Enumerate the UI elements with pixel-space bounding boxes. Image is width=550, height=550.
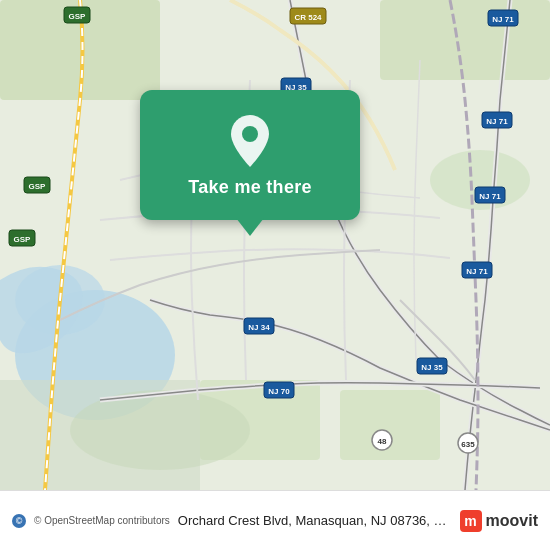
osm-icon: © bbox=[12, 514, 26, 528]
bottom-bar: © © OpenStreetMap contributors Orchard C… bbox=[0, 490, 550, 550]
svg-point-38 bbox=[242, 126, 258, 142]
svg-text:NJ 35: NJ 35 bbox=[421, 363, 443, 372]
moovit-m-icon: m bbox=[460, 510, 482, 532]
address-text: Orchard Crest Blvd, Manasquan, NJ 08736,… bbox=[178, 513, 452, 528]
svg-rect-4 bbox=[380, 0, 550, 80]
openstreetmap-credit: © OpenStreetMap contributors bbox=[34, 515, 170, 526]
take-me-there-label: Take me there bbox=[188, 177, 312, 198]
map-svg: GSP GSP GSP NJ 71 NJ 71 NJ 71 NJ 71 NJ 3… bbox=[0, 0, 550, 490]
navigation-card[interactable]: Take me there bbox=[140, 90, 360, 220]
svg-text:NJ 71: NJ 71 bbox=[479, 192, 501, 201]
svg-text:48: 48 bbox=[378, 437, 387, 446]
svg-text:NJ 34: NJ 34 bbox=[248, 323, 270, 332]
svg-text:NJ 71: NJ 71 bbox=[486, 117, 508, 126]
svg-text:GSP: GSP bbox=[29, 182, 47, 191]
location-pin-icon bbox=[225, 113, 275, 169]
svg-text:GSP: GSP bbox=[14, 235, 32, 244]
svg-text:NJ 71: NJ 71 bbox=[466, 267, 488, 276]
moovit-logo: m moovit bbox=[460, 510, 538, 532]
map-container: GSP GSP GSP NJ 71 NJ 71 NJ 71 NJ 71 NJ 3… bbox=[0, 0, 550, 490]
svg-text:CR 524: CR 524 bbox=[294, 13, 322, 22]
svg-rect-7 bbox=[340, 390, 440, 460]
moovit-text: moovit bbox=[486, 512, 538, 530]
svg-point-9 bbox=[70, 390, 250, 470]
svg-text:GSP: GSP bbox=[69, 12, 87, 21]
svg-text:NJ 70: NJ 70 bbox=[268, 387, 290, 396]
svg-text:NJ 71: NJ 71 bbox=[492, 15, 514, 24]
take-me-there-overlay[interactable]: Take me there bbox=[140, 90, 360, 220]
svg-text:635: 635 bbox=[461, 440, 475, 449]
